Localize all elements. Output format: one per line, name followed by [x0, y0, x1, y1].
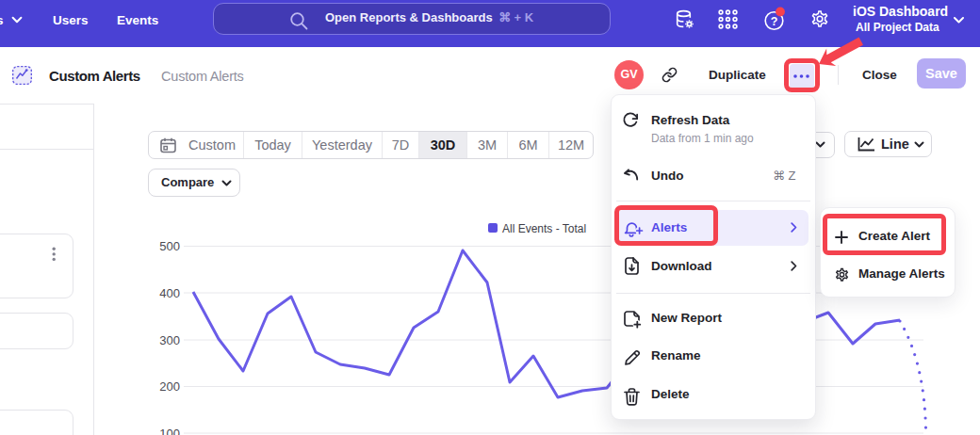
- svg-text:?: ?: [771, 15, 778, 28]
